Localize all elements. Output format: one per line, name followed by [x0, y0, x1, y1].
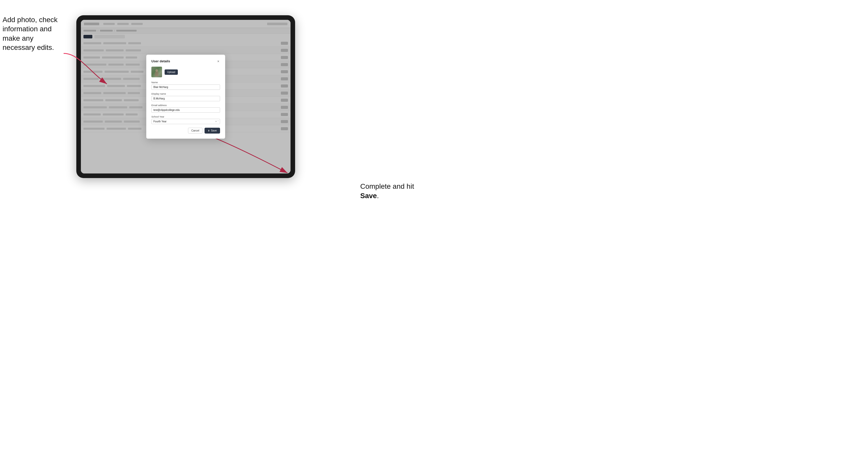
- select-clear-icon[interactable]: ×: [215, 120, 217, 123]
- annotation-save-bold: Save: [360, 192, 377, 200]
- modal-overlay: User details × Upload Name Display name: [81, 20, 290, 174]
- school-year-field-group: School Year × ⌃: [151, 115, 220, 124]
- display-name-label: Display name: [151, 92, 220, 95]
- photo-upload-row: Upload: [151, 67, 220, 77]
- modal-header: User details ×: [151, 59, 220, 63]
- modal-footer: Cancel ⬆ Save: [151, 128, 220, 133]
- display-name-input[interactable]: [151, 96, 220, 101]
- upload-button[interactable]: Upload: [164, 69, 178, 75]
- modal-close-button[interactable]: ×: [216, 60, 220, 63]
- school-year-label: School Year: [151, 115, 220, 118]
- user-details-modal: User details × Upload Name Display name: [146, 55, 225, 138]
- save-button-label: Save: [211, 129, 217, 132]
- email-input[interactable]: [151, 107, 220, 113]
- modal-title: User details: [151, 59, 170, 63]
- school-year-select-wrapper: × ⌃: [151, 119, 220, 124]
- cancel-button[interactable]: Cancel: [188, 128, 203, 133]
- display-name-field-group: Display name: [151, 92, 220, 101]
- tablet-screen: / /: [81, 20, 290, 174]
- save-icon: ⬆: [208, 129, 210, 132]
- user-photo-thumbnail: [151, 67, 162, 77]
- select-chevron-icon[interactable]: ⌃: [217, 121, 219, 123]
- annotation-left: Add photo, check information and make an…: [3, 15, 59, 53]
- name-label: Name: [151, 81, 220, 84]
- select-controls: × ⌃: [215, 120, 219, 123]
- school-year-input[interactable]: [151, 119, 220, 124]
- annotation-right-text: Complete and hit: [360, 182, 414, 190]
- annotation-period: .: [377, 192, 379, 200]
- name-field-group: Name: [151, 81, 220, 90]
- name-input[interactable]: [151, 85, 220, 90]
- tablet-device: / /: [76, 15, 295, 178]
- email-label: Email address: [151, 104, 220, 106]
- email-field-group: Email address: [151, 104, 220, 113]
- save-button[interactable]: ⬆ Save: [205, 128, 220, 133]
- annotation-right: Complete and hit Save.: [360, 182, 426, 200]
